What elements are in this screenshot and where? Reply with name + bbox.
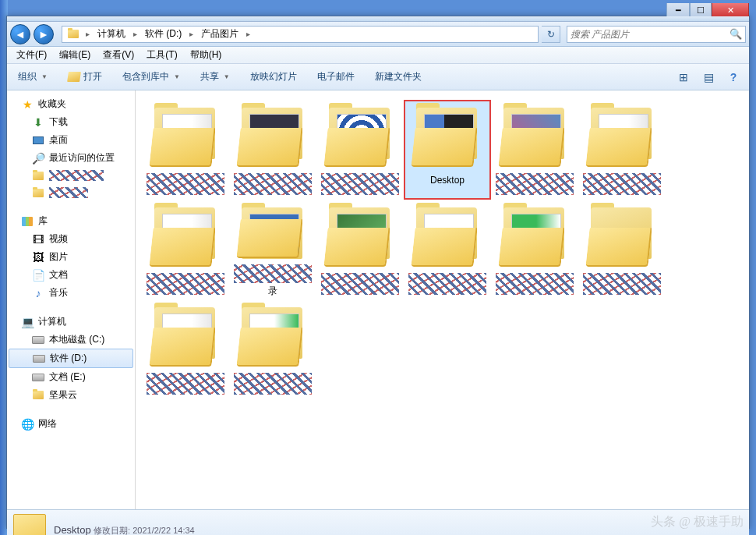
network-icon: 🌐 [21,418,34,430]
search-input[interactable] [571,29,730,40]
sidebar-item-obscured[interactable] [7,167,135,184]
share-button[interactable]: 共享▼ [196,68,235,86]
folder-item[interactable] [491,100,578,200]
menu-tools[interactable]: 工具(T) [140,47,183,63]
folder-item[interactable] [142,299,229,399]
folder-icon [32,169,44,182]
folder-item[interactable] [578,200,666,299]
sidebar-libraries-header[interactable]: 库 [7,212,135,230]
folder-icon [65,27,81,41]
sidebar-network-header[interactable]: 🌐网络 [7,415,135,433]
sidebar-item-drive-d[interactable]: 软件 (D:) [9,349,133,368]
folder-item[interactable] [142,200,229,299]
search-icon[interactable]: 🔍 [730,28,742,40]
view-options-icon[interactable]: ⊞ [674,68,693,87]
sidebar-item-jianguoyun[interactable]: 坚果云 [7,386,135,404]
folder-item[interactable] [491,200,578,299]
sidebar: ★收藏夹 ⬇下载 桌面 🔎最近访问的位置 库 🎞视频 🖼图片 📄文档 ♪音乐 💻… [7,90,136,509]
chevron-down-icon: ▼ [224,73,230,80]
menu-file[interactable]: 文件(F) [10,47,53,63]
toolbar: 组织▼ 打开 包含到库中▼ 共享▼ 放映幻灯片 电子邮件 新建文件夹 ⊞ ▤ ? [7,64,749,90]
sidebar-item-drive-c[interactable]: 本地磁盘 (C:) [7,331,135,349]
document-icon: 📄 [32,269,44,282]
folder-item[interactable] [142,100,229,200]
back-button[interactable]: ◄ [10,24,30,44]
chevron-down-icon: ▼ [174,73,180,80]
breadcrumb-segment[interactable]: 产品图片 [196,27,243,42]
preview-pane-icon[interactable]: ▤ [699,68,718,87]
open-folder-icon [67,72,81,82]
drive-icon [32,334,44,346]
chevron-right-icon[interactable]: ▸ [186,30,196,38]
statusbar: Desktop 修改日期: 2021/2/22 14:34 [7,509,749,535]
open-button[interactable]: 打开 [63,68,107,86]
forward-button[interactable]: ► [34,24,54,44]
include-in-library-button[interactable]: 包含到库中▼ [118,68,185,86]
watermark: 头条 @ 极速手助 [651,514,744,530]
folder-label: Desktop [430,175,465,186]
folder-item-desktop[interactable]: Desktop [404,100,491,200]
sidebar-item-videos[interactable]: 🎞视频 [7,230,135,248]
sidebar-item-music[interactable]: ♪音乐 [7,284,135,302]
breadcrumb[interactable]: ▸ 计算机 ▸ 软件 (D:) ▸ 产品图片 ▸ [62,26,539,43]
sidebar-item-documents[interactable]: 📄文档 [7,266,135,284]
music-icon: ♪ [32,287,44,299]
search-box[interactable]: 🔍 [567,26,746,43]
breadcrumb-segment[interactable]: 软件 (D:) [140,27,186,42]
folder-item[interactable] [316,200,404,299]
content-area[interactable]: Desktop 录 [136,90,749,509]
status-thumbnail [13,514,46,536]
folder-item[interactable] [404,200,491,299]
help-icon[interactable]: ? [724,68,743,87]
computer-icon: 💻 [21,316,34,328]
folder-item[interactable] [578,100,666,200]
folder-item[interactable]: 录 [229,200,316,299]
sidebar-item-desktop[interactable]: 桌面 [7,131,135,149]
folder-item[interactable] [229,299,316,399]
menubar: 文件(F) 编辑(E) 查看(V) 工具(T) 帮助(H) [7,47,749,64]
refresh-button[interactable]: ↻ [542,26,560,43]
folder-icon [32,186,44,199]
library-icon [21,215,34,228]
menu-view[interactable]: 查看(V) [97,47,140,63]
star-icon: ★ [21,98,34,111]
chevron-right-icon[interactable]: ▸ [83,30,93,38]
new-folder-button[interactable]: 新建文件夹 [370,68,426,86]
menu-help[interactable]: 帮助(H) [184,47,228,63]
sidebar-favorites-header[interactable]: ★收藏夹 [7,95,135,113]
recent-icon: 🔎 [32,152,44,165]
folder-label: 录 [268,285,277,296]
download-icon: ⬇ [32,116,44,129]
organize-button[interactable]: 组织▼ [13,68,52,86]
sidebar-item-pictures[interactable]: 🖼图片 [7,248,135,266]
explorer-window: ━ ☐ ✕ ◄ ► ▸ 计算机 ▸ 软件 (D:) ▸ 产品图片 ▸ ↻ 🔍 文… [6,16,750,529]
sidebar-item-drive-e[interactable]: 文档 (E:) [7,368,135,386]
sidebar-computer-header[interactable]: 💻计算机 [7,313,135,331]
menu-edit[interactable]: 编辑(E) [53,47,97,63]
slideshow-button[interactable]: 放映幻灯片 [246,68,302,86]
chevron-down-icon: ▼ [41,73,48,80]
sidebar-item-obscured[interactable] [7,184,135,201]
navbar: ◄ ► ▸ 计算机 ▸ 软件 (D:) ▸ 产品图片 ▸ ↻ 🔍 [7,22,749,47]
monitor-icon [32,134,44,147]
sidebar-item-recent[interactable]: 🔎最近访问的位置 [7,149,135,167]
folder-item[interactable] [316,100,404,200]
titlebar[interactable] [7,16,749,22]
breadcrumb-segment[interactable]: 计算机 [93,27,130,42]
chevron-right-icon[interactable]: ▸ [130,30,140,38]
email-button[interactable]: 电子邮件 [313,68,359,86]
video-icon: 🎞 [32,233,44,246]
folder-item[interactable] [229,100,316,200]
folder-icon [32,389,44,402]
drive-icon [32,371,44,384]
chevron-right-icon[interactable]: ▸ [243,30,253,38]
status-name: Desktop [54,524,91,536]
drive-icon [33,353,45,365]
sidebar-item-downloads[interactable]: ⬇下载 [7,113,135,131]
picture-icon: 🖼 [32,251,44,264]
